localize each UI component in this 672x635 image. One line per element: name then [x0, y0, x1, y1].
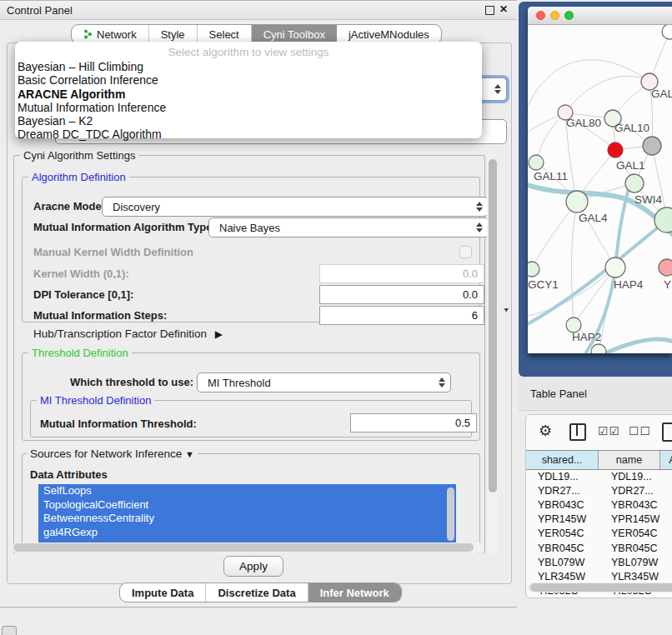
dpi-tolerance-field[interactable]: 0.0 [319, 285, 484, 304]
list-scrollbar[interactable] [447, 488, 454, 541]
data-attributes-list[interactable]: SelfLoops TopologicalCoefficient Between… [38, 484, 456, 548]
list-item[interactable]: BetweennessCentrality [38, 512, 456, 526]
dropdown-item[interactable]: Mutual Information Inference [18, 101, 482, 114]
table-row[interactable]: YBR045C YBR045C 9. [526, 541, 672, 555]
tab-impute-label: Impute Data [132, 587, 193, 599]
dropdown-item[interactable]: Bayesian – Hill Climbing [18, 60, 482, 73]
dropdown-placeholder: Select algorithm to view settings [15, 42, 482, 58]
node-label-hap4[interactable]: HAP4 [614, 278, 643, 291]
kernel-width-value: 0.0 [463, 268, 478, 280]
dropdown-item-selected[interactable]: ARACNE Algorithm [18, 88, 482, 101]
stepper-arrows [476, 218, 483, 237]
table-row[interactable]: YBR043C YBR043C [526, 498, 672, 512]
minimize-traffic-button[interactable] [550, 11, 559, 20]
node-label-gal4[interactable]: GAL4 [579, 212, 608, 224]
table-header-row: shared... name A [526, 450, 672, 470]
list-item[interactable]: gal4RGexp [38, 526, 456, 540]
table-row[interactable]: YLR345W YLR345W 9. [526, 569, 672, 583]
cell: YER054C [526, 528, 609, 539]
table-rows: YDL19... YDL19... 13 YDR27... YDR27... 1… [526, 469, 672, 583]
tab-discretize-data[interactable]: Discretize Data [206, 583, 308, 602]
control-panel-titlebar: Control Panel ✕ [0, 1, 517, 20]
network-canvas[interactable] [528, 25, 672, 353]
table-row[interactable]: YPR145W YPR145W 9. [526, 512, 672, 527]
cell: YPR145W [609, 513, 672, 525]
close-traffic-button[interactable] [536, 11, 545, 20]
tab-discretize-label: Discretize Data [218, 587, 295, 599]
tab-impute-data[interactable]: Impute Data [120, 583, 206, 602]
list-item[interactable]: SelfLoops [38, 484, 456, 498]
column-header-partial[interactable]: A [660, 451, 672, 469]
which-threshold-combo[interactable]: MI Threshold [197, 372, 451, 392]
panel-title: Control Panel [7, 4, 73, 17]
cell: YDL19... [609, 471, 672, 482]
kernel-width-label: Kernel Width (0,1): [33, 268, 129, 280]
tab-network-label: Network [97, 28, 137, 41]
column-header-sharedname[interactable]: shared... [526, 451, 599, 469]
mi-steps-field[interactable]: 6 [319, 306, 484, 325]
node-label-hap2[interactable]: HAP2 [572, 331, 601, 343]
tab-cyni-toolbox[interactable]: Cyni Toolbox [252, 25, 337, 43]
mi-steps-label: Mutual Information Steps: [33, 309, 167, 322]
aracne-mode-combo[interactable]: Discovery [102, 197, 489, 217]
stepper-arrows [494, 78, 501, 100]
tab-select[interactable]: Select [198, 25, 252, 43]
cell: YER054C [609, 528, 672, 539]
dropdown-item[interactable]: Dream8 DC_TDC Algorithm [18, 128, 482, 141]
deselect-all-checks-icon[interactable]: ☐☐ [629, 424, 651, 438]
manual-kernel-label: Manual Kernel Width Definition [33, 246, 193, 258]
list-item[interactable]: TopologicalCoefficient [38, 498, 456, 512]
hub-definition-expander[interactable]: Hub/Transcription Factor Definition ▶ [33, 328, 223, 340]
table-panel-body: ⚙ ☑☑ ☐☐ shared... name A YDL19... YDL19.… [525, 414, 672, 598]
cell: YBR043C [609, 499, 672, 511]
algorithm-dropdown: Select algorithm to view settings Bayesi… [15, 42, 482, 138]
cell: YDL19... [526, 471, 609, 482]
sources-group-label[interactable]: Sources for Network Inference ▼ [27, 448, 198, 460]
mi-threshold-field[interactable]: 0.5 [350, 413, 477, 432]
tab-select-label: Select [209, 28, 239, 41]
settings-hscrollbar[interactable] [12, 542, 484, 552]
node-label-gal10[interactable]: GAL10 [614, 122, 649, 134]
split-columns-icon[interactable] [569, 423, 586, 441]
zoom-traffic-button[interactable] [564, 11, 574, 20]
aracne-mode-label: Aracne Mode: [33, 200, 105, 212]
node-label-gal11[interactable]: GAL11 [534, 170, 568, 182]
tab-network[interactable]: Network [72, 25, 149, 43]
table-row[interactable]: YDR27... YDR27... 12 [526, 483, 672, 498]
dropdown-item[interactable]: Basic Correlation Inference [18, 73, 482, 87]
table-row[interactable]: YDL19... YDL19... 13 [526, 469, 672, 483]
node-label-gcy1[interactable]: GCY1 [528, 278, 559, 291]
kernel-width-field[interactable]: 0.0 [319, 264, 484, 283]
export-table-icon[interactable] [662, 422, 672, 442]
select-all-checks-icon[interactable]: ☑☑ [598, 424, 620, 438]
tab-jactivemnodules[interactable]: jActiveMNodules [337, 25, 441, 43]
table-row[interactable]: YER054C YER054C 8. [526, 527, 672, 541]
node-label-gal80[interactable]: GAL80 [566, 117, 601, 129]
table-row[interactable]: YBL079W YBL079W [526, 555, 672, 569]
table-panel-title: Table Panel [530, 388, 587, 400]
float-icon[interactable] [485, 6, 494, 15]
apply-button[interactable]: Apply [223, 556, 283, 577]
algorithm-definition-label: Algorithm Definition [28, 171, 129, 183]
node-label-gal[interactable]: GAL [651, 88, 672, 100]
gear-icon[interactable]: ⚙ [539, 422, 552, 440]
mi-type-combo[interactable]: Naive Bayes [208, 218, 489, 238]
manual-kernel-checkbox[interactable] [459, 246, 472, 258]
collapse-arrow-icon: ▼ [185, 449, 194, 459]
dropdown-item[interactable]: Bayesian – K2 [18, 114, 482, 128]
settings-vscrollbar[interactable] [487, 152, 498, 554]
column-header-name[interactable]: name [599, 451, 660, 469]
tab-infer-network[interactable]: Infer Network [308, 583, 401, 602]
dpi-tolerance-label: DPI Tolerance [0,1]: [33, 288, 133, 301]
tab-style[interactable]: Style [149, 25, 198, 43]
table-hscrollbar[interactable] [528, 582, 672, 592]
network-window-titlebar[interactable] [528, 7, 672, 25]
node-label-swi4[interactable]: SWI4 [634, 193, 662, 206]
mi-threshold-label: Mutual Information Threshold: [40, 418, 197, 430]
node-label-gal1[interactable]: GAL1 [616, 159, 645, 172]
close-icon[interactable]: ✕ [499, 3, 508, 15]
node-label-y[interactable]: Y [664, 278, 671, 291]
cell: YBR045C [609, 542, 672, 554]
aracne-mode-value: Discovery [113, 201, 160, 213]
minimized-panel-button[interactable] [2, 626, 17, 635]
